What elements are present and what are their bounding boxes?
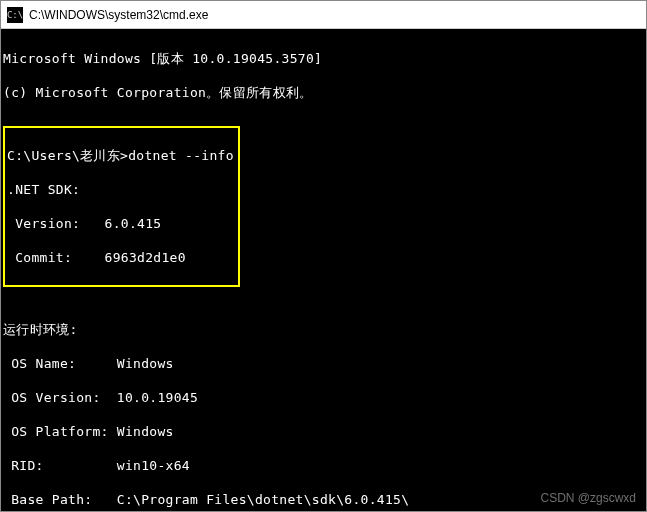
os-name: OS Name: Windows (3, 355, 644, 372)
prompt-command: C:\Users\老川东>dotnet --info (7, 147, 234, 164)
highlighted-sdk-box: C:\Users\老川东>dotnet --info .NET SDK: Ver… (3, 126, 240, 287)
window-title: C:\WINDOWS\system32\cmd.exe (29, 8, 208, 22)
runtime-env-header: 运行时环境: (3, 321, 644, 338)
cmd-icon-label: C:\ (7, 10, 23, 20)
sdk-header: .NET SDK: (7, 181, 234, 198)
os-platform: OS Platform: Windows (3, 423, 644, 440)
blank (3, 287, 644, 304)
sdk-version: Version: 6.0.415 (7, 215, 234, 232)
sdk-commit: Commit: 6963d2d1e0 (7, 249, 234, 266)
rid: RID: win10-x64 (3, 457, 644, 474)
header-line-1: Microsoft Windows [版本 10.0.19045.3570] (3, 50, 644, 67)
window-titlebar[interactable]: C:\ C:\WINDOWS\system32\cmd.exe (1, 1, 646, 29)
console-output[interactable]: Microsoft Windows [版本 10.0.19045.3570] (… (1, 29, 646, 512)
os-version: OS Version: 10.0.19045 (3, 389, 644, 406)
cmd-icon: C:\ (7, 7, 23, 23)
watermark: CSDN @zgscwxd (540, 491, 636, 505)
header-line-2: (c) Microsoft Corporation。保留所有权利。 (3, 84, 644, 101)
